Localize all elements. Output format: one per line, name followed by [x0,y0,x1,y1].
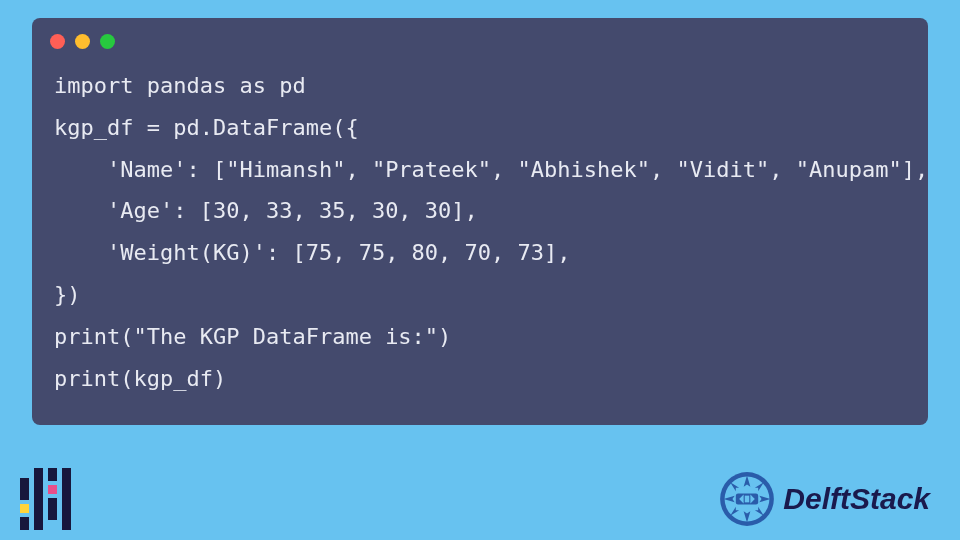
code-line: print(kgp_df) [54,358,906,400]
svg-rect-11 [745,496,749,503]
code-window: import pandas as pd kgp_df = pd.DataFram… [32,18,928,425]
svg-rect-5 [48,485,57,494]
pandas-logo-icon [16,468,72,530]
code-line: 'Age': [30, 33, 35, 30, 30], [54,190,906,232]
svg-rect-7 [62,468,71,530]
code-line: print("The KGP DataFrame is:") [54,316,906,358]
footer: DelftStack [0,462,960,540]
close-icon [50,34,65,49]
svg-rect-2 [20,517,29,530]
code-line: kgp_df = pd.DataFrame({ [54,107,906,149]
svg-rect-0 [20,478,29,500]
svg-rect-6 [48,498,57,520]
maximize-icon [100,34,115,49]
brand-name: DelftStack [783,482,930,516]
brand: DelftStack [719,471,930,527]
minimize-icon [75,34,90,49]
delftstack-logo-icon [719,471,775,527]
code-block: import pandas as pd kgp_df = pd.DataFram… [32,59,928,407]
svg-rect-3 [34,468,43,530]
svg-rect-1 [20,504,29,513]
code-line: import pandas as pd [54,65,906,107]
window-titlebar [32,18,928,59]
code-line: 'Weight(KG)': [75, 75, 80, 70, 73], [54,232,906,274]
code-line: }) [54,274,906,316]
code-line: 'Name': ["Himansh", "Prateek", "Abhishek… [54,149,906,191]
svg-rect-4 [48,468,57,481]
